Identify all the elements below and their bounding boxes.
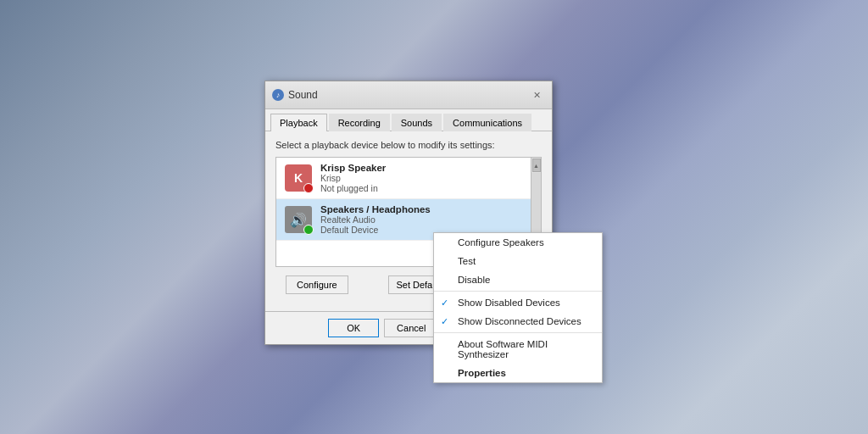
tab-recording[interactable]: Recording <box>329 114 390 131</box>
status-badge-default <box>303 225 314 235</box>
configure-area: Configure <box>286 275 348 294</box>
device-brand-krisp: Krisp <box>320 173 524 183</box>
ok-button[interactable]: OK <box>328 319 379 337</box>
dialog-overlay: ♪ Sound ✕ Playback Recording Sounds Comm… <box>0 0 868 434</box>
scroll-up[interactable]: ▲ <box>532 159 541 172</box>
tab-playback[interactable]: Playback <box>270 114 327 131</box>
tab-communications[interactable]: Communications <box>443 114 531 131</box>
ctx-divider-2 <box>434 332 602 333</box>
cancel-button[interactable]: Cancel <box>384 319 438 337</box>
configure-button[interactable]: Configure <box>286 275 348 294</box>
status-badge-error <box>303 183 314 193</box>
title-bar: ♪ Sound ✕ <box>265 81 552 109</box>
sound-dialog: ♪ Sound ✕ Playback Recording Sounds Comm… <box>264 81 553 345</box>
device-status-krisp: Not plugged in <box>320 183 524 193</box>
device-item-krisp[interactable]: K Krisp Speaker Krisp Not plugged in <box>276 158 531 199</box>
close-button[interactable]: ✕ <box>528 86 545 103</box>
ctx-properties[interactable]: Properties <box>434 364 602 382</box>
tab-sounds[interactable]: Sounds <box>392 114 442 131</box>
instruction-text: Select a playback device below to modify… <box>275 140 542 150</box>
ctx-show-disabled[interactable]: Show Disabled Devices <box>434 293 602 312</box>
title-bar-left: ♪ Sound <box>272 89 318 101</box>
dialog-icon: ♪ <box>272 89 284 101</box>
context-menu: Configure Speakers Test Disable Show Dis… <box>433 232 603 383</box>
device-brand-speakers: Realtek Audio <box>320 214 524 225</box>
tab-bar: Playback Recording Sounds Communications <box>265 109 552 131</box>
ctx-divider-1 <box>434 291 602 292</box>
ctx-configure-speakers[interactable]: Configure Speakers <box>434 233 602 252</box>
device-name-krisp: Krisp Speaker <box>320 163 524 173</box>
device-icon-krisp: K <box>283 163 314 193</box>
device-info-krisp: Krisp Speaker Krisp Not plugged in <box>320 163 524 193</box>
dialog-title: Sound <box>288 89 318 101</box>
ctx-show-disconnected[interactable]: Show Disconnected Devices <box>434 312 602 331</box>
ctx-about-midi[interactable]: About Software MIDI Synthesizer <box>434 335 602 364</box>
device-info-speakers: Speakers / Headphones Realtek Audio Defa… <box>320 204 524 235</box>
ctx-test[interactable]: Test <box>434 252 602 270</box>
device-name-speakers: Speakers / Headphones <box>320 204 524 214</box>
device-icon-speakers: 🔊 <box>283 204 314 235</box>
ctx-disable[interactable]: Disable <box>434 270 602 289</box>
